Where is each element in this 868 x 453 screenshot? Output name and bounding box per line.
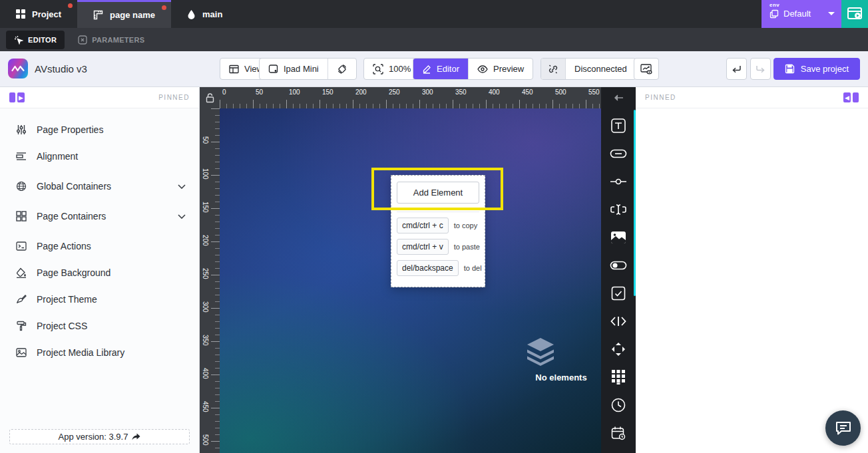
- terminal-icon: [15, 241, 27, 251]
- image-icon: [15, 348, 27, 357]
- mode-bar: EDITOR PARAMETERS: [0, 28, 868, 51]
- chat-support-button[interactable]: [825, 410, 861, 446]
- toggle-element-icon[interactable]: [610, 257, 627, 274]
- editor-label: Editor: [437, 64, 459, 74]
- run-preview-button[interactable]: [841, 0, 868, 28]
- shortcut-action: to copy: [454, 222, 477, 229]
- shortcut-row: cmd/ctrl + v to paste: [397, 239, 485, 255]
- ruler-label: 450: [202, 401, 209, 412]
- app-brand: AVstudio v3: [8, 59, 87, 78]
- image-element-icon[interactable]: [610, 229, 627, 246]
- add-element-popup: Add Element cmd/ctrl + c to copy cmd/ctr…: [391, 175, 485, 287]
- ruler-label: 350: [455, 88, 467, 96]
- rotate-device-button[interactable]: [327, 59, 356, 79]
- connection-toggle[interactable]: [541, 59, 565, 79]
- preview-label: Preview: [493, 64, 524, 74]
- device-selector[interactable]: Ipad Mini: [260, 59, 327, 79]
- element-toolbar: [601, 87, 636, 453]
- checkbox-element-icon[interactable]: [610, 285, 627, 302]
- paint-bucket-icon: [15, 267, 27, 278]
- sidebar-item-page-properties[interactable]: Page Properties: [0, 116, 199, 143]
- vertical-ruler[interactable]: 50 100 150 200 250 300 350 400 450 500: [200, 108, 220, 453]
- zoom-value: 100%: [389, 64, 411, 74]
- text-element-icon[interactable]: [610, 117, 627, 134]
- align-icon: [15, 152, 27, 161]
- sidebar-item-label: Project Media Library: [37, 347, 124, 358]
- ruler-lock-button[interactable]: [200, 87, 220, 108]
- chevron-down-icon: [828, 12, 835, 15]
- app-version-button[interactable]: App version: 3.9.7: [9, 429, 190, 444]
- shortcut-row: del/backspace to del: [397, 260, 485, 276]
- parameters-mode-label: PARAMETERS: [92, 36, 144, 44]
- shortcut-action: to del: [464, 264, 482, 272]
- broken-link-icon: [548, 64, 558, 75]
- sidebar-item-project-media-library[interactable]: Project Media Library: [0, 339, 199, 366]
- ruler-label: 50: [256, 88, 263, 96]
- ruler-label: 300: [422, 88, 433, 96]
- unsaved-dot: [162, 5, 166, 10]
- tab-project[interactable]: Project: [0, 0, 77, 28]
- button-element-icon[interactable]: [610, 145, 627, 162]
- collapse-toolbar-icon[interactable]: [601, 87, 636, 108]
- design-canvas[interactable]: Add Element cmd/ctrl + c to copy cmd/ctr…: [220, 108, 601, 453]
- redo-button[interactable]: [750, 58, 771, 80]
- code-element-icon[interactable]: [610, 313, 627, 330]
- tab-main[interactable]: main: [171, 0, 238, 28]
- ruler-label: 200: [202, 235, 209, 246]
- grid-icon: [15, 211, 27, 222]
- tablet-icon: [268, 64, 278, 74]
- sidebar-item-project-theme[interactable]: Project Theme: [0, 286, 199, 313]
- editor-mode-button[interactable]: EDITOR: [6, 31, 65, 49]
- input-element-icon[interactable]: [610, 201, 627, 218]
- editor-tab[interactable]: Editor: [413, 59, 468, 79]
- main-area: ▶ PINNED Page Properties Alignment Glo: [0, 87, 868, 453]
- add-element-button[interactable]: Add Element: [397, 182, 479, 204]
- eye-icon: [477, 65, 488, 73]
- pencil-icon: [422, 65, 431, 74]
- calendar-element-icon[interactable]: [610, 424, 627, 442]
- sidebar-menu: Page Properties Alignment Global Contain…: [0, 108, 199, 366]
- cursor-click-icon: [14, 35, 23, 45]
- connection-status[interactable]: Disconnected: [565, 59, 636, 79]
- undo-button[interactable]: [726, 58, 747, 80]
- env-tag: env: [769, 2, 835, 8]
- keypad-element-icon[interactable]: [610, 369, 627, 386]
- parameters-mode-button[interactable]: PARAMETERS: [78, 35, 144, 45]
- sidebar-item-project-css[interactable]: Project CSS: [0, 313, 199, 339]
- sidebar-item-page-containers[interactable]: Page Containers: [0, 203, 199, 229]
- sidebar-item-page-actions[interactable]: Page Actions: [0, 233, 199, 259]
- clock-element-icon[interactable]: [610, 396, 627, 414]
- save-project-button[interactable]: Save project: [773, 58, 860, 80]
- top-tab-bar: Project page name main env Default: [0, 0, 868, 28]
- connection-group: Disconnected: [541, 58, 636, 80]
- environment-selector[interactable]: env Default: [761, 0, 841, 28]
- horizontal-ruler[interactable]: 0 50 100 150 200 250 300 350 400 450 500…: [220, 87, 601, 108]
- collapse-left-panel-icon[interactable]: ▶: [9, 92, 25, 102]
- sidebar-item-alignment[interactable]: Alignment: [0, 143, 199, 170]
- ruler-label: 500: [202, 434, 209, 446]
- zoom-control[interactable]: 100%: [363, 58, 420, 80]
- app-name: AVstudio v3: [35, 63, 87, 75]
- app-version-label: App version: 3.9.7: [59, 432, 128, 442]
- connection-label: Disconnected: [574, 64, 627, 74]
- shortcut-keys: cmd/ctrl + v: [397, 239, 449, 255]
- shortcut-action: to paste: [454, 243, 480, 251]
- ruler-label: 250: [202, 268, 209, 279]
- tab-page-name[interactable]: page name: [77, 0, 171, 28]
- dpad-element-icon[interactable]: [610, 341, 627, 358]
- ruler-label: 300: [202, 301, 209, 313]
- slider-element-icon[interactable]: [610, 173, 627, 190]
- parameters-x-icon: [78, 35, 87, 45]
- ruler-label: 0: [222, 88, 226, 96]
- ruler-label: 400: [202, 368, 209, 379]
- preview-tab[interactable]: Preview: [468, 59, 533, 79]
- sidebar-item-label: Page Actions: [37, 241, 91, 251]
- layers-copy-icon: [769, 9, 779, 19]
- monitor-button[interactable]: [634, 58, 659, 80]
- collapse-right-panel-icon[interactable]: ◀: [843, 92, 859, 102]
- share-arrow-icon: [132, 433, 140, 440]
- save-label: Save project: [801, 64, 849, 74]
- sidebar-item-page-background[interactable]: Page Background: [0, 259, 199, 286]
- sidebar-item-global-containers[interactable]: Global Containers: [0, 173, 199, 200]
- sidebar-item-label: Project CSS: [37, 321, 87, 331]
